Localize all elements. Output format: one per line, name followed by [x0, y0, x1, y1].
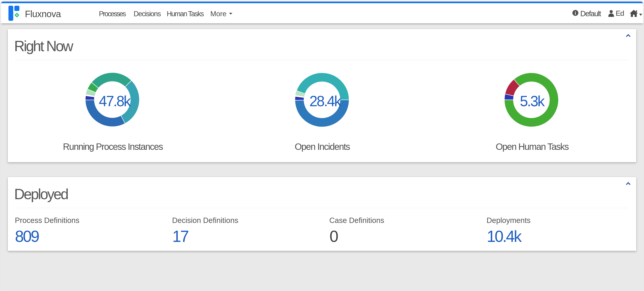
svg-text:i: i — [575, 10, 576, 16]
